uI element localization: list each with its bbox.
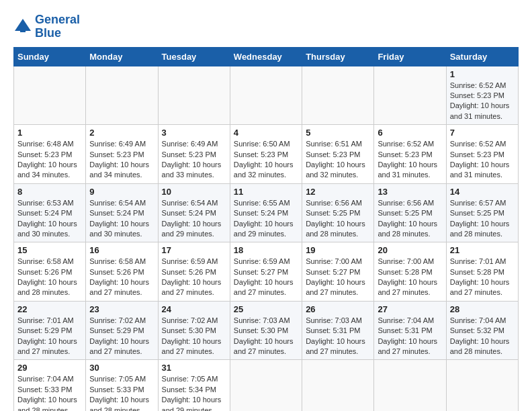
day-number: 4 [234,128,298,138]
calendar-cell: 13 Sunrise: 6:56 AMSunset: 5:25 PMDaylig… [374,183,446,242]
calendar-week-row: 15 Sunrise: 6:58 AMSunset: 5:26 PMDaylig… [14,242,519,302]
calendar-cell: 29 Sunrise: 7:04 AMSunset: 5:33 PMDaylig… [14,360,86,411]
day-info: Sunrise: 7:00 AMSunset: 5:27 PMDaylight:… [306,257,370,298]
day-number: 6 [378,128,442,138]
calendar-cell: 31 Sunrise: 7:05 AMSunset: 5:34 PMDaylig… [158,360,230,411]
day-info: Sunrise: 6:49 AMSunset: 5:23 PMDaylight:… [162,139,226,181]
day-of-week-header: Saturday [446,47,518,66]
day-info: Sunrise: 6:49 AMSunset: 5:23 PMDaylight:… [89,139,154,181]
day-of-week-header: Friday [374,47,446,66]
calendar-cell: 5 Sunrise: 6:51 AMSunset: 5:23 PMDayligh… [302,125,374,184]
calendar-cell: 30 Sunrise: 7:05 AMSunset: 5:33 PMDaylig… [86,360,158,411]
day-number: 5 [306,128,370,138]
day-number: 25 [234,304,298,314]
day-number: 23 [89,304,154,314]
day-of-week-header: Monday [86,47,158,66]
calendar-cell: 27 Sunrise: 7:04 AMSunset: 5:31 PMDaylig… [374,301,446,360]
calendar-cell [230,360,302,411]
logo-icon [13,17,32,36]
day-info: Sunrise: 7:04 AMSunset: 5:32 PMDaylight:… [450,316,515,357]
calendar-header-row: SundayMondayTuesdayWednesdayThursdayFrid… [14,47,519,66]
day-number: 17 [162,245,226,255]
calendar-cell: 28 Sunrise: 7:04 AMSunset: 5:32 PMDaylig… [446,301,518,360]
day-number: 20 [378,245,442,255]
day-of-week-header: Sunday [14,47,86,66]
day-info: Sunrise: 6:50 AMSunset: 5:23 PMDaylight:… [234,139,298,181]
calendar-cell [14,66,86,125]
calendar-cell: 1 Sunrise: 6:48 AMSunset: 5:23 PMDayligh… [14,125,86,184]
day-info: Sunrise: 7:03 AMSunset: 5:30 PMDaylight:… [234,316,298,357]
calendar-cell: 19 Sunrise: 7:00 AMSunset: 5:27 PMDaylig… [302,242,374,302]
calendar-cell: 18 Sunrise: 6:59 AMSunset: 5:27 PMDaylig… [230,242,302,302]
day-number: 29 [17,363,82,373]
calendar-cell: 20 Sunrise: 7:00 AMSunset: 5:28 PMDaylig… [374,242,446,302]
day-info: Sunrise: 6:54 AMSunset: 5:24 PMDaylight:… [162,198,226,240]
calendar-cell [446,360,518,411]
calendar-cell: 25 Sunrise: 7:03 AMSunset: 5:30 PMDaylig… [230,301,302,360]
calendar-week-row: 29 Sunrise: 7:04 AMSunset: 5:33 PMDaylig… [14,360,519,411]
day-number: 28 [450,304,515,314]
day-info: Sunrise: 6:58 AMSunset: 5:26 PMDaylight:… [17,257,82,298]
day-info: Sunrise: 6:48 AMSunset: 5:23 PMDaylight:… [17,139,82,181]
day-info: Sunrise: 6:57 AMSunset: 5:25 PMDaylight:… [450,198,515,240]
calendar-week-row: 8 Sunrise: 6:53 AMSunset: 5:24 PMDayligh… [14,183,519,242]
day-info: Sunrise: 7:01 AMSunset: 5:29 PMDaylight:… [17,316,82,357]
calendar-cell: 3 Sunrise: 6:49 AMSunset: 5:23 PMDayligh… [158,125,230,184]
calendar-cell [158,66,230,125]
day-number: 21 [450,245,515,255]
day-info: Sunrise: 7:02 AMSunset: 5:29 PMDaylight:… [89,316,154,357]
calendar-cell: 11 Sunrise: 6:55 AMSunset: 5:24 PMDaylig… [230,183,302,242]
day-number: 14 [450,187,515,197]
calendar-cell: 9 Sunrise: 6:54 AMSunset: 5:24 PMDayligh… [86,183,158,242]
day-info: Sunrise: 6:54 AMSunset: 5:24 PMDaylight:… [89,198,154,240]
day-number: 15 [17,245,82,255]
day-info: Sunrise: 6:59 AMSunset: 5:26 PMDaylight:… [162,257,226,298]
calendar-cell: 1 Sunrise: 6:52 AMSunset: 5:23 PMDayligh… [446,66,518,125]
day-info: Sunrise: 6:51 AMSunset: 5:23 PMDaylight:… [306,139,370,181]
day-number: 8 [17,187,82,197]
day-number: 24 [162,304,226,314]
day-info: Sunrise: 7:02 AMSunset: 5:30 PMDaylight:… [162,316,226,357]
day-of-week-header: Wednesday [230,47,302,66]
calendar-cell: 22 Sunrise: 7:01 AMSunset: 5:29 PMDaylig… [14,301,86,360]
page-header: GeneralBlue [13,13,519,40]
day-info: Sunrise: 7:04 AMSunset: 5:33 PMDaylight:… [17,374,82,411]
day-info: Sunrise: 6:58 AMSunset: 5:26 PMDaylight:… [89,257,154,298]
day-info: Sunrise: 6:52 AMSunset: 5:23 PMDaylight:… [450,139,515,181]
day-number: 7 [450,128,515,138]
day-number: 11 [234,187,298,197]
day-info: Sunrise: 7:00 AMSunset: 5:28 PMDaylight:… [378,257,442,298]
day-info: Sunrise: 7:03 AMSunset: 5:31 PMDaylight:… [306,316,370,357]
day-number: 16 [89,245,154,255]
calendar-cell [86,66,158,125]
calendar-cell: 8 Sunrise: 6:53 AMSunset: 5:24 PMDayligh… [14,183,86,242]
calendar-cell: 7 Sunrise: 6:52 AMSunset: 5:23 PMDayligh… [446,125,518,184]
calendar-week-row: 1 Sunrise: 6:48 AMSunset: 5:23 PMDayligh… [14,125,519,184]
calendar-cell: 26 Sunrise: 7:03 AMSunset: 5:31 PMDaylig… [302,301,374,360]
day-info: Sunrise: 6:56 AMSunset: 5:25 PMDaylight:… [378,198,442,240]
calendar-week-row: 22 Sunrise: 7:01 AMSunset: 5:29 PMDaylig… [14,301,519,360]
calendar-cell: 6 Sunrise: 6:52 AMSunset: 5:23 PMDayligh… [374,125,446,184]
calendar-cell: 24 Sunrise: 7:02 AMSunset: 5:30 PMDaylig… [158,301,230,360]
calendar-cell [374,66,446,125]
logo: GeneralBlue [13,13,80,40]
day-info: Sunrise: 7:04 AMSunset: 5:31 PMDaylight:… [378,316,442,357]
calendar-cell: 12 Sunrise: 6:56 AMSunset: 5:25 PMDaylig… [302,183,374,242]
calendar-cell [302,360,374,411]
calendar-cell [374,360,446,411]
calendar-cell: 4 Sunrise: 6:50 AMSunset: 5:23 PMDayligh… [230,125,302,184]
day-number: 19 [306,245,370,255]
calendar-table: SundayMondayTuesdayWednesdayThursdayFrid… [13,47,519,411]
calendar-week-row: 1 Sunrise: 6:52 AMSunset: 5:23 PMDayligh… [14,66,519,125]
day-info: Sunrise: 6:56 AMSunset: 5:25 PMDaylight:… [306,198,370,240]
day-info: Sunrise: 6:52 AMSunset: 5:23 PMDaylight:… [378,139,442,181]
day-number: 3 [162,128,226,138]
day-info: Sunrise: 7:05 AMSunset: 5:34 PMDaylight:… [162,374,226,411]
day-number: 10 [162,187,226,197]
day-info: Sunrise: 7:01 AMSunset: 5:28 PMDaylight:… [450,257,515,298]
calendar-cell [230,66,302,125]
day-of-week-header: Thursday [302,47,374,66]
day-info: Sunrise: 6:55 AMSunset: 5:24 PMDaylight:… [234,198,298,240]
day-number: 12 [306,187,370,197]
calendar-cell: 10 Sunrise: 6:54 AMSunset: 5:24 PMDaylig… [158,183,230,242]
